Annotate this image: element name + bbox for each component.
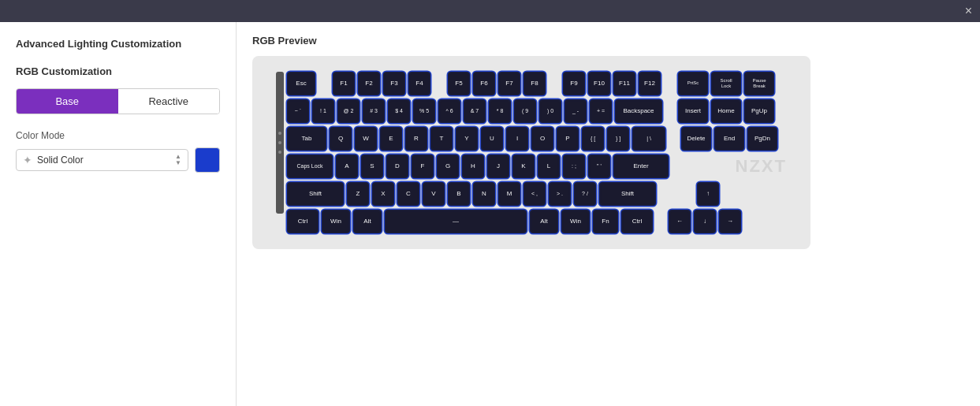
tab-base[interactable]: Base [17,89,118,114]
rgb-customization-label: RGB Customization [16,65,220,77]
fn-row: Esc F1 F2 F3 F4 F5 F6 F7 F8 F9 F10 [287,72,787,95]
key-6[interactable]: ^ 6 [438,99,460,123]
key-f6[interactable]: F6 [473,72,495,95]
key-i[interactable]: I [506,127,528,151]
key-p[interactable]: P [557,127,579,151]
key-semicolon[interactable]: : ; [563,155,585,178]
key-comma[interactable]: < , [524,182,546,206]
key-d[interactable]: D [386,155,408,178]
key-shift-left[interactable]: Shift [287,182,344,206]
key-f2[interactable]: F2 [358,72,380,95]
key-left-arrow[interactable]: ← [669,210,691,233]
key-ctrl-left[interactable]: Ctrl [287,210,319,233]
key-u[interactable]: U [481,127,503,151]
key-down-arrow[interactable]: ↓ [694,210,716,233]
key-z[interactable]: Z [347,182,369,206]
tab-reactive[interactable]: Reactive [118,89,220,114]
key-q[interactable]: Q [330,127,352,151]
key-slash[interactable]: ? / [574,182,596,206]
key-f5[interactable]: F5 [448,72,470,95]
key-0[interactable]: ) 0 [539,99,561,123]
asdf-row: Caps Lock A S D F G H J K L : ; " ' Ente… [287,155,787,178]
key-f10[interactable]: F10 [588,72,610,95]
key-9[interactable]: ( 9 [514,99,536,123]
key-5[interactable]: % 5 [413,99,435,123]
key-f11[interactable]: F11 [613,72,635,95]
key-space[interactable]: — [385,210,527,233]
key-f3[interactable]: F3 [383,72,405,95]
key-f8[interactable]: F8 [524,72,546,95]
key-pause-break[interactable]: PauseBreak [744,72,774,95]
color-mode-row: ✦ Solid Color ▲ ▼ [16,147,220,173]
key-capslock[interactable]: Caps Lock [287,155,333,178]
key-w[interactable]: W [355,127,377,151]
key-3[interactable]: # 3 [363,99,385,123]
key-minus[interactable]: _ - [565,99,587,123]
keyboard-wrapper: Esc F1 F2 F3 F4 F5 F6 F7 F8 F9 F10 [252,56,810,249]
key-1[interactable]: ! 1 [312,99,334,123]
key-delete[interactable]: Delete [681,127,711,151]
key-y[interactable]: Y [456,127,478,151]
key-a[interactable]: A [336,155,358,178]
key-g[interactable]: G [437,155,459,178]
key-o[interactable]: O [531,127,553,151]
key-f[interactable]: F [412,155,434,178]
key-h[interactable]: H [462,155,484,178]
key-period[interactable]: > . [549,182,571,206]
key-f4[interactable]: F4 [408,72,430,95]
color-mode-label: Color Mode [16,130,220,141]
key-backspace[interactable]: Backspace [615,99,662,123]
key-v[interactable]: V [423,182,445,206]
key-right-arrow[interactable]: → [719,210,741,233]
key-alt-right[interactable]: Alt [530,210,558,233]
key-8[interactable]: * 8 [489,99,511,123]
key-backslash[interactable]: | \ [632,127,665,151]
key-m[interactable]: M [498,182,520,206]
key-prtsc[interactable]: PrtSc [678,72,708,95]
color-swatch[interactable] [195,147,220,173]
key-equals[interactable]: + = [590,99,612,123]
key-k[interactable]: K [512,155,535,178]
key-f7[interactable]: F7 [498,72,520,95]
close-button[interactable]: × [965,5,972,17]
key-x[interactable]: X [372,182,394,206]
key-f9[interactable]: F9 [563,72,585,95]
key-b[interactable]: B [448,182,470,206]
key-quote[interactable]: " ' [588,155,610,178]
key-r[interactable]: R [405,127,427,151]
left-panel: Advanced Lighting Customization RGB Cust… [0,22,237,406]
key-alt-left[interactable]: Alt [353,210,382,233]
key-esc[interactable]: Esc [287,72,315,95]
key-e[interactable]: E [380,127,402,151]
key-win-right[interactable]: Win [561,210,590,233]
key-fn[interactable]: Fn [593,210,618,233]
key-4[interactable]: $ 4 [388,99,410,123]
key-win-left[interactable]: Win [322,210,350,233]
key-7[interactable]: & 7 [464,99,486,123]
key-s[interactable]: S [361,155,383,178]
key-f12[interactable]: F12 [639,72,661,95]
key-2[interactable]: @ 2 [337,99,360,123]
key-pgdn[interactable]: PgDn [747,127,777,151]
key-c[interactable]: C [397,182,419,206]
key-tab[interactable]: Tab [287,127,326,151]
key-j[interactable]: J [487,155,509,178]
key-enter[interactable]: Enter [613,155,669,178]
key-lbracket[interactable]: { [ [582,127,604,151]
color-mode-select[interactable]: ✦ Solid Color ▲ ▼ [16,149,188,171]
key-end[interactable]: End [714,127,744,151]
spinner-arrows[interactable]: ▲ ▼ [175,154,181,166]
key-ctrl-right[interactable]: Ctrl [621,210,653,233]
key-n[interactable]: N [473,182,495,206]
key-scroll-lock[interactable]: ScrollLock [711,72,741,95]
key-home[interactable]: Home [711,99,741,123]
key-shift-right[interactable]: Shift [599,182,656,206]
key-insert[interactable]: Insert [678,99,708,123]
key-backtick[interactable]: ~ ` [287,99,309,123]
key-f1[interactable]: F1 [333,72,355,95]
key-rbracket[interactable]: } ] [607,127,629,151]
key-l[interactable]: L [538,155,560,178]
key-up-arrow[interactable]: ↑ [697,182,719,206]
key-t[interactable]: T [430,127,453,151]
key-pgup[interactable]: PgUp [744,99,774,123]
